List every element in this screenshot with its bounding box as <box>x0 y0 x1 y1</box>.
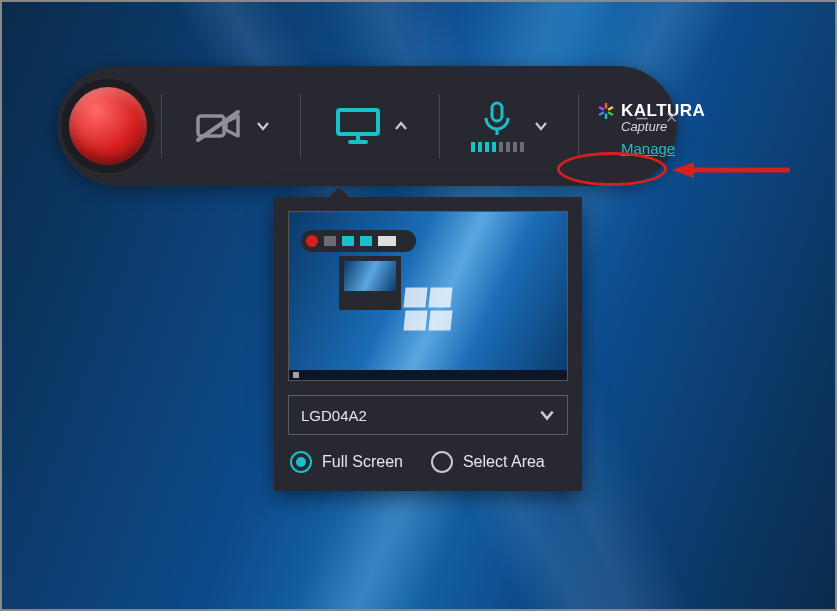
brand-area: – × KALTURA Capture Manage <box>593 95 705 157</box>
chevron-down-icon <box>539 407 555 423</box>
screen-source-toggle[interactable] <box>315 66 425 186</box>
separator <box>161 94 162 158</box>
svg-rect-10 <box>605 114 607 120</box>
chevron-up-icon <box>394 119 408 133</box>
svg-rect-11 <box>598 111 604 116</box>
kaltura-logo-icon <box>597 102 615 120</box>
svg-rect-5 <box>492 103 502 121</box>
radio-full-screen[interactable]: Full Screen <box>290 451 403 473</box>
screen-source-panel: LGD04A2 Full Screen Select Area <box>274 197 582 491</box>
mic-level-meter <box>471 142 524 152</box>
radio-label: Full Screen <box>322 453 403 471</box>
svg-rect-2 <box>338 110 378 134</box>
screen-preview <box>288 211 568 381</box>
display-select-value: LGD04A2 <box>301 407 367 424</box>
svg-rect-8 <box>608 106 614 111</box>
minimize-button[interactable]: – <box>637 107 648 127</box>
svg-rect-7 <box>605 103 607 109</box>
radio-indicator-icon <box>290 451 312 473</box>
chevron-down-icon <box>256 119 270 133</box>
display-select[interactable]: LGD04A2 <box>288 395 568 435</box>
annotation-arrow-icon <box>672 160 792 180</box>
capture-toolbar: – × KALTURA Capture Manage <box>57 66 677 186</box>
camera-off-icon <box>192 106 246 146</box>
microphone-source-toggle[interactable] <box>454 66 564 186</box>
record-button[interactable] <box>69 87 147 165</box>
microphone-icon <box>480 100 514 138</box>
svg-rect-9 <box>608 111 614 116</box>
radio-select-area[interactable]: Select Area <box>431 451 545 473</box>
svg-rect-12 <box>598 106 604 111</box>
radio-indicator-icon <box>431 451 453 473</box>
separator <box>439 94 440 158</box>
separator <box>300 94 301 158</box>
camera-source-toggle[interactable] <box>176 66 286 186</box>
svg-marker-14 <box>672 162 694 178</box>
radio-label: Select Area <box>463 453 545 471</box>
close-button[interactable]: × <box>666 107 678 127</box>
separator <box>578 94 579 158</box>
chevron-down-icon <box>534 119 548 133</box>
monitor-icon <box>332 104 384 148</box>
manage-link[interactable]: Manage <box>621 140 675 157</box>
